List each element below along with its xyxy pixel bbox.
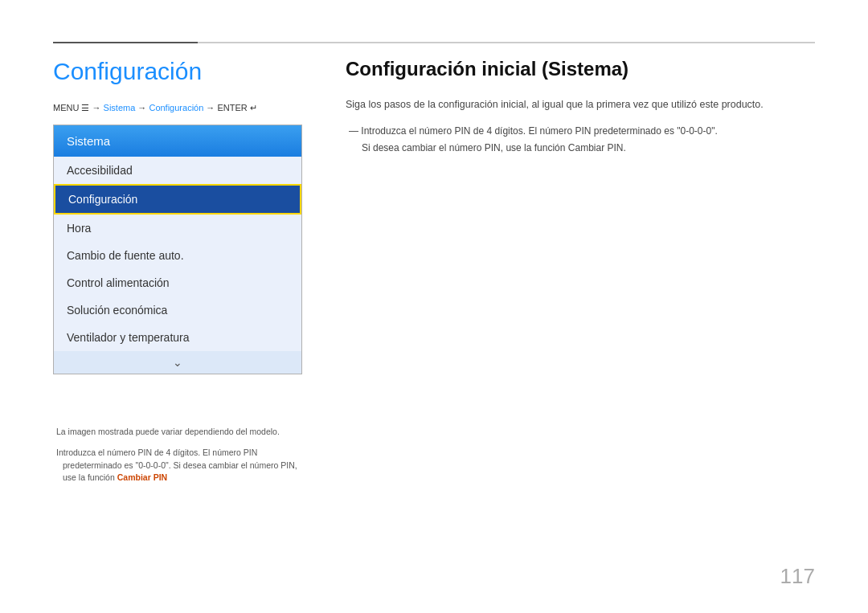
menu-header: Sistema [54,125,301,157]
menu-path: MENU ☰ → Sistema → Configuración → ENTER… [53,103,302,113]
section-note-1: Introduzca el número PIN de 4 dígitos. E… [346,124,815,139]
footnote-1-text: La imagen mostrada puede variar dependie… [56,427,280,436]
menu-item-cambio[interactable]: Cambio de fuente auto. [54,242,301,269]
menu-chevron-down[interactable]: ⌄ [54,351,301,374]
section-note-1-text: Introduzca el número PIN de 4 dígitos. E… [361,125,717,137]
menu-item-ventilador[interactable]: Ventilador y temperatura [54,324,301,351]
menu-path-arrow3: → ENTER ↵ [203,103,256,112]
page-number: 117 [780,564,815,589]
section-note-2-before: Si desea cambiar el número PIN, use la f… [362,142,568,153]
section-description: Siga los pasos de la configuración inici… [346,96,815,112]
menu-path-configuracion: Configuración [149,103,203,112]
menu-item-configuracion[interactable]: Configuración [54,184,301,215]
left-column: Configuración MENU ☰ → Sistema → Configu… [53,58,302,374]
footnote-2-text: Introduzca el número PIN de 4 dígitos. E… [56,447,297,483]
menu-path-menu: MENU ☰ → [53,103,104,112]
section-note-2-link: Cambiar PIN [568,142,624,153]
section-note-2-after: . [624,142,626,153]
menu-item-accesibilidad[interactable]: Accesibilidad [54,157,301,184]
menu-path-sistema: Sistema [104,103,136,112]
footnote-2-link: Cambiar PIN [117,472,167,482]
section-title: Configuración inicial (Sistema) [346,58,815,80]
menu-item-solucion[interactable]: Solución económica [54,296,301,324]
footnote-1: La imagen mostrada puede variar dependie… [53,426,310,439]
right-column: Configuración inicial (Sistema) Siga los… [346,58,815,156]
menu-box: Sistema Accesibilidad Configuración Hora… [53,125,302,374]
section-note-2: Si desea cambiar el número PIN, use la f… [346,141,815,156]
menu-path-arrow2: → [135,103,149,112]
menu-item-hora[interactable]: Hora [54,215,301,242]
footnotes-area: La imagen mostrada puede variar dependie… [53,426,310,492]
top-border-accent [53,42,198,43]
footnote-2: Introduzca el número PIN de 4 dígitos. E… [53,447,310,484]
menu-item-control[interactable]: Control alimentación [54,269,301,296]
page-title: Configuración [53,58,302,85]
